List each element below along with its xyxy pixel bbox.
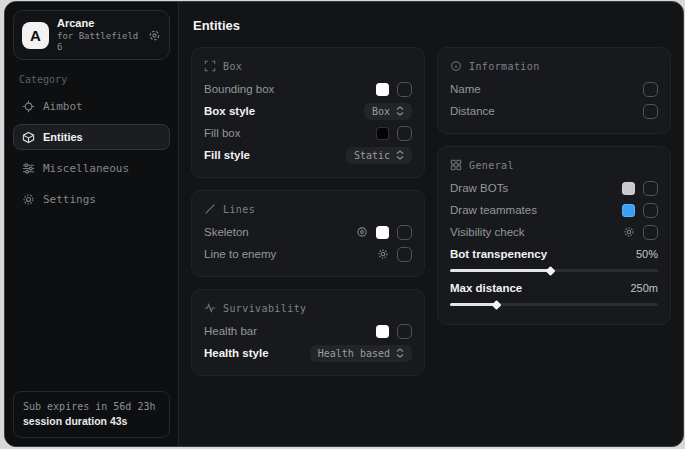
color-swatch[interactable] — [622, 204, 635, 217]
setting-label: Box style — [204, 105, 255, 117]
chevron-up-down-icon — [396, 150, 404, 160]
bounding-box-checkbox[interactable] — [397, 82, 412, 97]
color-swatch[interactable] — [622, 182, 635, 195]
setting-row-max-distance: Max distance 250m — [450, 279, 658, 306]
sidebar-item-entities[interactable]: Entities — [13, 124, 170, 150]
sidebar-item-label: Settings — [43, 193, 96, 206]
card-title: Lines — [223, 204, 255, 215]
setting-label: Draw BOTs — [450, 182, 508, 194]
category-label: Category — [19, 74, 164, 85]
setting-row-skeleton: Skeleton — [204, 221, 412, 243]
color-swatch[interactable] — [376, 127, 389, 140]
card-box: Box Bounding box Box style Box — [191, 47, 425, 178]
setting-label: Visibility check — [450, 226, 525, 238]
slider-value: 50% — [636, 248, 658, 260]
sidebar-item-label: Aimbot — [43, 100, 83, 113]
setting-row-distance: Distance — [450, 100, 658, 122]
sidebar-item-miscellaneous[interactable]: Miscellaneous — [13, 155, 170, 181]
color-swatch[interactable] — [376, 226, 389, 239]
sidebar-item-label: Miscellaneous — [43, 162, 129, 175]
pulse-icon — [204, 302, 216, 314]
card-title: General — [469, 160, 514, 171]
app-window: A Arcane for Battlefield 6 Category Aimb… — [4, 1, 684, 447]
box-style-select[interactable]: Box — [364, 103, 412, 120]
card-general: General Draw BOTs Draw teammates — [437, 146, 671, 325]
name-checkbox[interactable] — [643, 82, 658, 97]
setting-row-visibility-check: Visibility check — [450, 221, 658, 243]
bot-transparency-slider[interactable] — [450, 269, 658, 272]
app-title: Arcane — [57, 17, 140, 31]
gear-icon — [22, 193, 35, 206]
setting-row-fill-box: Fill box — [204, 122, 412, 144]
cube-icon — [22, 131, 35, 144]
setting-label: Line to enemy — [204, 248, 276, 260]
info-circle-icon — [450, 60, 462, 72]
slider-value: 250m — [630, 282, 658, 294]
color-swatch[interactable] — [376, 83, 389, 96]
subscription-card: Sub expires in 56d 23h session duration … — [13, 391, 170, 438]
sidebar: A Arcane for Battlefield 6 Category Aimb… — [5, 2, 179, 446]
line-to-enemy-checkbox[interactable] — [397, 247, 412, 262]
setting-row-bot-transparency: Bot transpenency 50% — [450, 245, 658, 272]
health-style-select[interactable]: Health based — [310, 345, 412, 362]
card-information: Information Name Distance — [437, 47, 671, 134]
setting-row-box-style: Box style Box — [204, 100, 412, 122]
setting-row-line-to-enemy: Line to enemy — [204, 243, 412, 265]
draw-bots-checkbox[interactable] — [643, 181, 658, 196]
card-survivability: Survivability Health bar Health style — [191, 289, 425, 376]
card-title: Information — [469, 61, 540, 72]
page-title: Entities — [193, 18, 669, 33]
app-subtitle: for Battlefield 6 — [57, 31, 140, 54]
slider-thumb[interactable] — [491, 300, 501, 310]
setting-label: Fill box — [204, 127, 240, 139]
setting-row-health-style: Health style Health based — [204, 342, 412, 364]
fill-box-checkbox[interactable] — [397, 126, 412, 141]
distance-checkbox[interactable] — [643, 104, 658, 119]
setting-label: Max distance — [450, 282, 522, 294]
setting-row-fill-style: Fill style Static — [204, 144, 412, 166]
sidebar-item-label: Entities — [43, 131, 83, 143]
setting-label: Distance — [450, 105, 495, 117]
slider-thumb[interactable] — [545, 266, 555, 276]
setting-label: Draw teammates — [450, 204, 537, 216]
card-title: Box — [223, 61, 242, 72]
corner-brackets-icon — [204, 60, 216, 72]
grid-icon — [450, 159, 462, 171]
setting-label: Health style — [204, 347, 269, 359]
sub-expires-text: Sub expires in 56d 23h — [23, 399, 160, 414]
setting-label: Fill style — [204, 149, 250, 161]
sliders-icon — [22, 162, 35, 175]
gear-icon[interactable] — [623, 226, 635, 238]
sidebar-item-aimbot[interactable]: Aimbot — [13, 93, 170, 119]
logo-card: A Arcane for Battlefield 6 — [13, 10, 170, 60]
chevron-up-down-icon — [396, 348, 404, 358]
setting-row-draw-teammates: Draw teammates — [450, 199, 658, 221]
setting-row-health-bar: Health bar — [204, 320, 412, 342]
avatar: A — [22, 22, 49, 49]
gear-icon[interactable] — [377, 248, 389, 260]
card-title: Survivability — [223, 303, 306, 314]
max-distance-slider[interactable] — [450, 303, 658, 306]
fill-style-select[interactable]: Static — [346, 147, 412, 164]
setting-label: Health bar — [204, 325, 257, 337]
card-lines: Lines Skeleton Line to enemy — [191, 190, 425, 277]
session-duration-text: session duration 43s — [23, 414, 160, 430]
diagonal-line-icon — [204, 203, 216, 215]
setting-row-name: Name — [450, 78, 658, 100]
color-swatch[interactable] — [376, 325, 389, 338]
setting-row-draw-bots: Draw BOTs — [450, 177, 658, 199]
health-bar-checkbox[interactable] — [397, 324, 412, 339]
skeleton-checkbox[interactable] — [397, 225, 412, 240]
sidebar-item-settings[interactable]: Settings — [13, 186, 170, 212]
draw-teammates-checkbox[interactable] — [643, 203, 658, 218]
setting-label: Bot transpenency — [450, 248, 547, 260]
refresh-gear-icon[interactable] — [148, 29, 161, 42]
target-circle-icon[interactable] — [356, 226, 368, 238]
crosshair-icon — [22, 100, 35, 113]
setting-label: Skeleton — [204, 226, 249, 238]
setting-row-bounding-box: Bounding box — [204, 78, 412, 100]
chevron-up-down-icon — [396, 106, 404, 116]
setting-label: Name — [450, 83, 481, 95]
visibility-check-checkbox[interactable] — [643, 225, 658, 240]
setting-label: Bounding box — [204, 83, 274, 95]
